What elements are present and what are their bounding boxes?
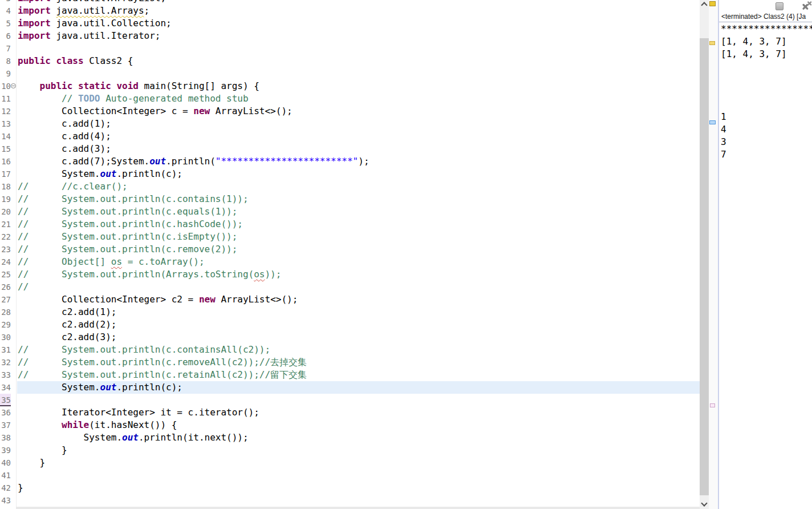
caret-position-marker[interactable] <box>710 403 715 407</box>
code-line-27[interactable]: 27 Collection<Integer> c2 = new ArrayLis… <box>0 293 700 306</box>
code-line-30[interactable]: 30 c2.add(3); <box>0 331 700 344</box>
line-number: 16 <box>0 155 11 168</box>
code-text: // System.out.println(c.contains(1)); <box>18 193 249 205</box>
code-line-42[interactable]: 42} <box>0 482 700 494</box>
code-text: // TODO Auto-generated method stub <box>18 92 249 105</box>
code-line-41[interactable]: 41 <box>0 469 700 482</box>
line-number: 10 <box>0 80 11 92</box>
info-marker[interactable] <box>709 120 716 124</box>
code-line-9[interactable]: 9 <box>0 67 700 80</box>
line-number: 8 <box>0 55 11 67</box>
code-line-17[interactable]: 17 System.out.println(c); <box>0 168 700 180</box>
line-number: 38 <box>0 431 11 444</box>
line-number: 34 <box>0 381 11 394</box>
line-number: 5 <box>0 17 11 30</box>
line-number: 27 <box>0 293 11 306</box>
code-line-23[interactable]: 23// System.out.println(c.remove(2)); <box>0 243 700 256</box>
java-editor[interactable]: 3import java.util.ArrayList;4import java… <box>0 0 700 509</box>
line-number: 9 <box>0 67 11 80</box>
line-number: 7 <box>0 42 11 55</box>
code-text: // System.out.println(Arrays.toString(os… <box>18 268 281 281</box>
warning-marker[interactable] <box>709 41 715 45</box>
code-text: // Object[] os = c.toArray(); <box>18 256 205 268</box>
chevron-up-icon <box>701 2 707 8</box>
console-output-line: [1, 4, 3, 7] <box>721 48 812 60</box>
code-line-18[interactable]: 18// //c.clear(); <box>0 180 700 193</box>
code-text: Collection<Integer> c = new ArrayList<>(… <box>18 105 293 118</box>
code-line-39[interactable]: 39 } <box>0 444 700 457</box>
code-line-14[interactable]: 14 c.add(4); <box>0 130 700 143</box>
console-output-area[interactable]: ************************[1, 4, 3, 7][1, … <box>719 23 812 508</box>
code-line-26[interactable]: 26// <box>0 281 700 293</box>
code-line-28[interactable]: 28 c2.add(1); <box>0 306 700 318</box>
line-number: 29 <box>0 318 11 331</box>
code-line-35[interactable]: 35 <box>0 394 700 406</box>
code-line-16[interactable]: 16 c.add(7);System.out.println("********… <box>0 155 700 168</box>
code-text: import java.util.ArrayList; <box>18 0 166 5</box>
code-line-10[interactable]: 10 public static void main(String[] args… <box>0 80 700 92</box>
code-line-3[interactable]: 3import java.util.ArrayList; <box>0 0 700 5</box>
line-number: 4 <box>0 5 11 17</box>
console-output-line: [1, 4, 3, 7] <box>721 35 812 48</box>
code-text: System.out.println(c); <box>18 168 182 180</box>
code-text: Iterator<Integer> it = c.iterator(); <box>18 406 259 419</box>
code-text: // System.out.println(c.hashCode()); <box>18 218 243 231</box>
code-line-21[interactable]: 21// System.out.println(c.hashCode()); <box>0 218 700 231</box>
console-output-line: 1 <box>721 111 812 123</box>
fold-collapse-icon[interactable] <box>11 83 16 88</box>
code-line-4[interactable]: 4import java.util.Arrays; <box>0 5 700 17</box>
code-line-5[interactable]: 5import java.util.Collection; <box>0 17 700 30</box>
code-text: while(it.hasNext()) { <box>18 419 177 431</box>
line-number: 41 <box>0 469 11 482</box>
line-number: 39 <box>0 444 11 457</box>
code-line-6[interactable]: 6import java.util.Iterator; <box>0 30 700 42</box>
code-line-15[interactable]: 15 c.add(3); <box>0 143 700 155</box>
terminate-icon[interactable] <box>776 2 783 10</box>
code-line-25[interactable]: 25// System.out.println(Arrays.toString(… <box>0 268 700 281</box>
code-text: import java.util.Collection; <box>18 17 172 30</box>
code-line-12[interactable]: 12 Collection<Integer> c = new ArrayList… <box>0 105 700 118</box>
code-line-24[interactable]: 24// Object[] os = c.toArray(); <box>0 256 700 268</box>
scroll-down-button[interactable] <box>700 500 709 509</box>
code-line-36[interactable]: 36 Iterator<Integer> it = c.iterator(); <box>0 406 700 419</box>
code-line-43[interactable]: 43 <box>0 494 700 507</box>
overview-ruler[interactable] <box>709 0 718 509</box>
ruler-header-warning-marker[interactable] <box>709 1 716 6</box>
editor-horizontal-scrollbar[interactable] <box>16 507 700 509</box>
code-line-32[interactable]: 32// System.out.println(c.removeAll(c2))… <box>0 356 700 369</box>
code-line-38[interactable]: 38 System.out.println(it.next()); <box>0 431 700 444</box>
code-text: import java.util.Iterator; <box>18 30 160 42</box>
code-line-29[interactable]: 29 c2.add(2); <box>0 318 700 331</box>
code-line-37[interactable]: 37 while(it.hasNext()) { <box>0 419 700 431</box>
code-line-20[interactable]: 20// System.out.println(c.equals(1)); <box>0 205 700 218</box>
code-line-34[interactable]: 34 System.out.println(c); <box>0 381 700 394</box>
code-text: Collection<Integer> c2 = new ArrayList<>… <box>18 293 298 306</box>
code-text: // System.out.println(c.isEmpty()); <box>18 231 237 243</box>
code-line-13[interactable]: 13 c.add(1); <box>0 118 700 130</box>
scrollbar-thumb[interactable] <box>700 38 709 495</box>
console-view[interactable]: <terminated> Class2 (4) [Ja ************… <box>719 0 812 509</box>
code-line-11[interactable]: 11 // TODO Auto-generated method stub <box>0 92 700 105</box>
code-line-7[interactable]: 7 <box>0 42 700 55</box>
line-number: 18 <box>0 180 11 193</box>
code-text: c.add(7);System.out.println("***********… <box>18 155 370 168</box>
line-number: 3 <box>0 0 11 5</box>
code-text: } <box>18 482 23 494</box>
console-launch-label: <terminated> Class2 (4) [Ja <box>721 12 812 21</box>
console-output-line <box>721 86 812 98</box>
eclipse-workbench: 3import java.util.ArrayList;4import java… <box>0 0 812 509</box>
remove-all-terminated-icon[interactable] <box>802 1 812 11</box>
console-header-separator <box>719 22 812 22</box>
code-line-33[interactable]: 33// System.out.println(c.retainAll(c2))… <box>0 369 700 381</box>
scroll-up-button[interactable] <box>700 0 709 9</box>
code-text: c.add(4); <box>18 130 111 143</box>
line-number: 36 <box>0 406 11 419</box>
line-number: 33 <box>0 369 11 381</box>
code-text: public class Class2 { <box>18 55 133 67</box>
code-line-22[interactable]: 22// System.out.println(c.isEmpty()); <box>0 231 700 243</box>
code-line-31[interactable]: 31// System.out.println(c.containsAll(c2… <box>0 344 700 356</box>
code-line-8[interactable]: 8public class Class2 { <box>0 55 700 67</box>
editor-vertical-scrollbar[interactable] <box>700 0 709 509</box>
code-line-40[interactable]: 40 } <box>0 457 700 469</box>
code-line-19[interactable]: 19// System.out.println(c.contains(1)); <box>0 193 700 205</box>
